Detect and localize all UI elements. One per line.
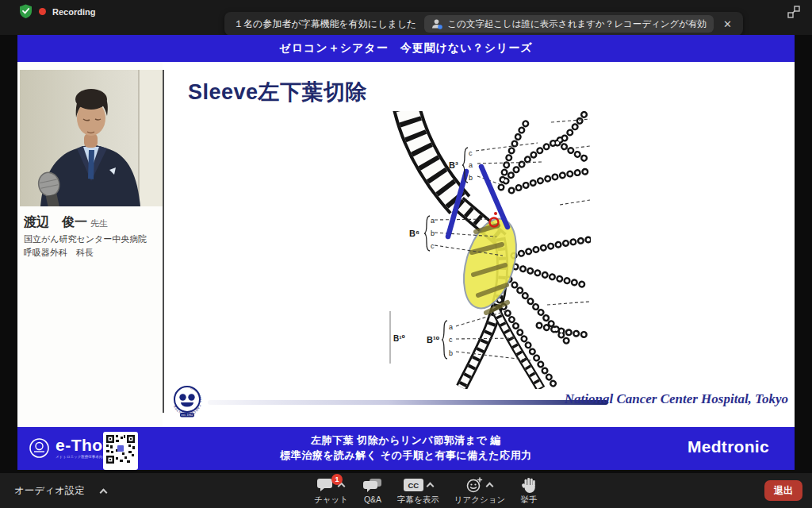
reactions-label: リアクション: [454, 495, 505, 506]
footer-rule: [208, 400, 608, 405]
label-b3: B³: [449, 160, 458, 170]
label-b10-outer: B¹⁰: [393, 334, 405, 343]
toast-message: １名の参加者が字幕機能を有効にしました: [234, 17, 416, 31]
presenter-position: 呼吸器外科 科長: [24, 247, 160, 258]
person-icon: [431, 18, 442, 29]
label-b6: B⁶: [409, 229, 419, 238]
recording-dot-icon: [39, 8, 46, 15]
label-b10: B¹⁰: [427, 335, 440, 344]
captions-button[interactable]: CC 字幕を表示: [396, 475, 441, 507]
hospital-name: National Cancer Center Hospital, Tokyo: [565, 391, 788, 407]
webinar-title-line1: 左肺下葉 切除からリンパ節郭清まで 編: [216, 433, 596, 448]
presenter-photo: [20, 70, 163, 206]
audio-settings-button[interactable]: オーディオ設定: [14, 484, 106, 498]
svg-text:b: b: [431, 229, 435, 237]
fullscreen-icon[interactable]: [787, 5, 801, 22]
svg-text:b: b: [449, 349, 453, 357]
qa-label: Q&A: [364, 495, 381, 504]
svg-text:b: b: [469, 174, 473, 182]
svg-text:est. 1962: est. 1962: [182, 414, 193, 417]
audio-settings-label: オーディオ設定: [14, 484, 85, 498]
chat-label: チャット: [314, 495, 348, 506]
series-banner: ゼロコン＋シアター 今更聞けない？シリーズ: [17, 35, 795, 62]
chat-badge: 1: [331, 474, 343, 485]
svg-text:c: c: [449, 336, 453, 344]
chat-button[interactable]: 1 チャット: [312, 475, 350, 507]
svg-text:a: a: [431, 217, 435, 225]
pill-label: この文字起こしは誰に表示されますか？レコーディングが有効: [447, 18, 707, 30]
presenter-name: 渡辺 俊一: [24, 215, 87, 229]
medtronic-logo: Medtronic: [688, 437, 769, 456]
raise-hand-button[interactable]: 挙手: [519, 475, 538, 507]
security-shield-icon[interactable]: [19, 4, 33, 19]
svg-text:c: c: [431, 242, 435, 250]
ethoth-icon: [29, 437, 50, 459]
qa-icon: [363, 478, 382, 493]
webinar-title-line2: 標準治療を読み解く その手順と有事に備えた応用力: [216, 448, 596, 464]
window-chrome: Recording １名の参加者が字幕機能を有効にしました この文字起こしは誰に…: [0, 0, 812, 35]
caption-notification-toast: １名の参加者が字幕機能を有効にしました この文字起こしは誰に表示されますか？レコ…: [224, 12, 743, 36]
series-title: ゼロコン＋シアター 今更聞けない？シリーズ: [279, 41, 532, 56]
svg-text:a: a: [469, 161, 473, 169]
captions-label: 字幕を表示: [397, 495, 439, 506]
presenter-video: [20, 70, 163, 206]
leave-button[interactable]: 退出: [764, 480, 802, 501]
cc-icon: CC: [404, 479, 423, 491]
chevron-up-icon[interactable]: [486, 483, 494, 491]
webinar-footer-bar: e-Thoth メドトロニック医療従事者向け会員制ウェブサイト: [17, 427, 795, 470]
shared-screen: ゼロコン＋シアター 今更聞けない？シリーズ: [17, 35, 795, 470]
meeting-toolbar: オーディオ設定 1 チャット: [0, 473, 812, 508]
ncc-logo: NATIONAL CANCER CENTER est. 1962: [169, 383, 205, 422]
recording-label: Recording: [52, 7, 95, 17]
presenter-hospital: 国立がん研究センター中央病院: [24, 233, 160, 244]
presenter-panel: 渡辺 俊一先生 国立がん研究センター中央病院 呼吸器外科 科長: [17, 62, 163, 427]
qa-button[interactable]: Q&A: [362, 475, 384, 507]
close-icon[interactable]: ✕: [722, 18, 733, 30]
bronchial-tree-diagram: B³ c a b B⁶ a b c B¹⁰ B¹⁰ a c b: [381, 111, 591, 389]
reactions-icon: [466, 477, 483, 493]
raise-hand-label: 挙手: [520, 495, 537, 506]
presenter-honorific: 先生: [90, 218, 108, 228]
chevron-up-icon[interactable]: [99, 488, 107, 496]
qr-code: [103, 432, 138, 470]
presentation-slide: Sleeve左下葉切除: [164, 62, 795, 427]
raise-hand-icon: [521, 477, 537, 493]
svg-text:a: a: [449, 323, 453, 331]
chevron-up-icon[interactable]: [426, 483, 434, 491]
zoom-meeting-window: Recording １名の参加者が字幕機能を有効にしました この文字起こしは誰に…: [0, 0, 812, 508]
presenter-nameplate: 渡辺 俊一先生 国立がん研究センター中央病院 呼吸器外科 科長: [24, 214, 160, 259]
reactions-button[interactable]: リアクション: [453, 475, 507, 507]
slide-title: Sleeve左下葉切除: [188, 78, 367, 106]
svg-text:c: c: [469, 149, 473, 157]
transcription-info-pill[interactable]: この文字起こしは誰に表示されますか？レコーディングが有効: [424, 15, 714, 33]
webinar-title: 左肺下葉 切除からリンパ節郭清まで 編 標準治療を読み解く その手順と有事に備え…: [216, 433, 596, 464]
